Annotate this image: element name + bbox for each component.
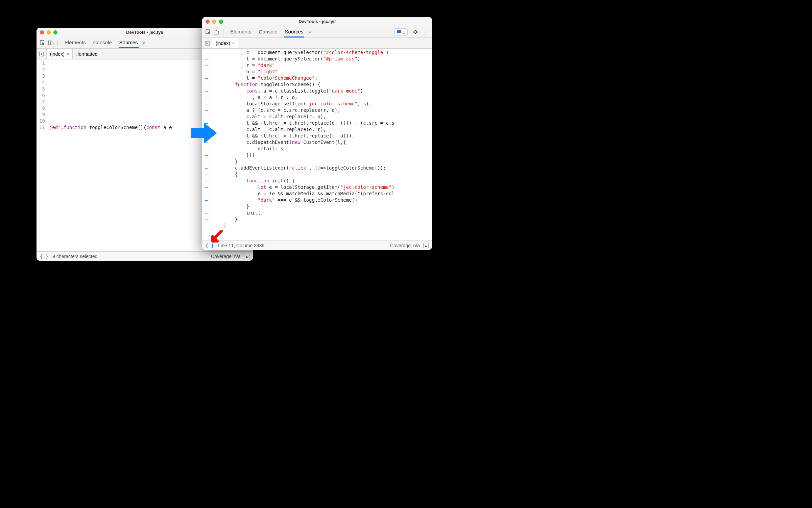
- panel-tabs: Elements Console Sources: [230, 26, 304, 37]
- navigator-toggle-icon[interactable]: [202, 38, 212, 48]
- line-number-gutter: ––––––––––––––––––––––––––––: [202, 49, 210, 240]
- settings-gear-icon[interactable]: [412, 29, 419, 35]
- titlebar: DevTools - jec.fyi/: [202, 17, 432, 26]
- zoom-window-button[interactable]: [53, 30, 57, 34]
- code-content: jed";function toggleColorScheme(){const …: [47, 59, 172, 251]
- more-tabs-button[interactable]: »: [143, 40, 146, 46]
- more-menu-icon[interactable]: ⋮: [423, 29, 429, 35]
- statusbar: { } 9 characters selected Coverage: n/a …: [37, 251, 253, 261]
- source-tab-index[interactable]: (index) ×: [212, 38, 238, 48]
- inspect-element-icon[interactable]: [39, 40, 46, 46]
- zoom-window-button[interactable]: [219, 20, 223, 24]
- close-window-button[interactable]: [206, 20, 210, 24]
- pretty-print-icon[interactable]: { }: [206, 243, 214, 248]
- more-tabs-button[interactable]: »: [308, 29, 311, 35]
- source-tab-label: (index): [216, 41, 230, 46]
- svg-rect-2: [50, 42, 53, 45]
- red-arrow-annotation: [211, 230, 223, 243]
- code-editor[interactable]: –––––––––––––––––––––––––––– , c = docum…: [202, 49, 432, 240]
- traffic-lights: [206, 20, 223, 24]
- status-text: 9 characters selected: [52, 254, 97, 259]
- issues-count: 1: [403, 29, 405, 35]
- coverage-text: Coverage: n/a: [390, 243, 420, 248]
- close-tab-icon[interactable]: ×: [232, 41, 235, 46]
- tab-sources[interactable]: Sources: [119, 37, 139, 48]
- pretty-print-icon[interactable]: { }: [40, 254, 48, 259]
- device-toolbar-icon[interactable]: [47, 40, 54, 46]
- main-toolbar: Elements Console Sources » 1 ⋮: [202, 26, 432, 38]
- minimize-window-button[interactable]: [47, 30, 51, 34]
- tab-console[interactable]: Console: [258, 26, 278, 37]
- traffic-lights: [40, 30, 57, 34]
- show-drawer-icon[interactable]: ▲: [244, 254, 249, 259]
- coverage-text: Coverage: n/a: [211, 254, 241, 259]
- status-text: Line 11, Column 3939: [218, 243, 264, 248]
- minimize-window-button[interactable]: [212, 20, 216, 24]
- panel-tabs: Elements Console Sources: [64, 37, 139, 48]
- source-tab-label: :formatted: [76, 51, 97, 57]
- tab-console[interactable]: Console: [93, 37, 113, 48]
- blue-arrow-annotation: [191, 123, 218, 143]
- svg-rect-6: [216, 31, 219, 34]
- show-drawer-icon[interactable]: ▲: [423, 243, 429, 248]
- source-tab-formatted[interactable]: :formatted: [73, 49, 101, 59]
- statusbar: { } Line 11, Column 3939 Coverage: n/a ▲: [202, 240, 432, 250]
- issues-button[interactable]: 1: [394, 28, 408, 36]
- close-tab-icon[interactable]: ×: [67, 51, 69, 56]
- chat-icon: [397, 30, 401, 34]
- source-tab-index[interactable]: (index) ×: [47, 49, 73, 59]
- inspect-element-icon[interactable]: [205, 29, 212, 35]
- navigator-toggle-icon[interactable]: [37, 49, 47, 59]
- tab-elements[interactable]: Elements: [64, 37, 87, 48]
- device-toolbar-icon[interactable]: [213, 29, 220, 35]
- source-tabbar: (index) ×: [202, 38, 432, 49]
- window-title: DevTools - jec.fyi/: [202, 19, 432, 24]
- close-window-button[interactable]: [40, 30, 44, 34]
- line-number-gutter: 1234567891011: [37, 59, 47, 251]
- code-content: , c = document.querySelector("#color-sch…: [210, 49, 394, 240]
- devtools-window-after: DevTools - jec.fyi/ Elements Console Sou…: [202, 17, 432, 250]
- tab-elements[interactable]: Elements: [230, 26, 252, 37]
- tab-sources[interactable]: Sources: [284, 26, 304, 37]
- source-tab-label: (index): [50, 51, 65, 57]
